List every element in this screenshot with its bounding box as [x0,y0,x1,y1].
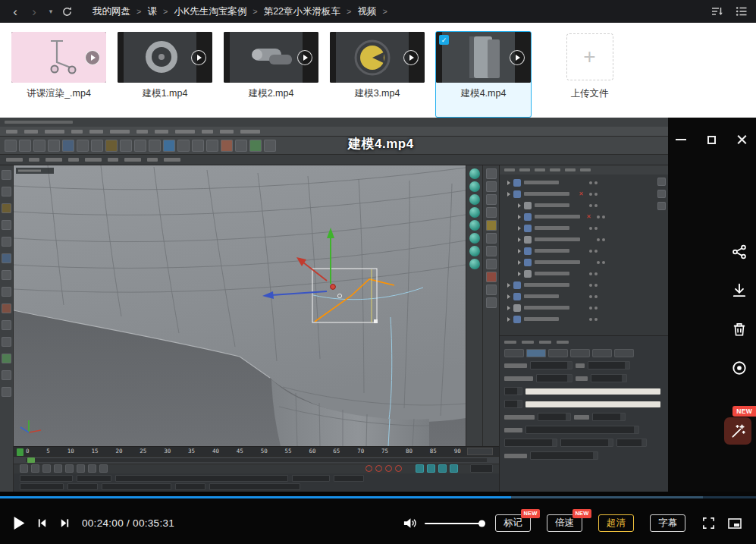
breadcrumb-link[interactable]: 我的网盘 [93,5,130,18]
breadcrumb-item: 第22章小米滑板车 > [264,5,358,18]
file-name: 建模3.mp4 [355,88,400,99]
delete-button[interactable] [726,316,752,342]
c4d-toolbar-icon [62,140,74,152]
history-dropdown-icon[interactable]: ▾ [47,8,55,15]
c4d-material-sphere-icon [469,168,480,179]
c4d-om-menu-item [580,168,591,171]
video-thumbnail [224,32,318,83]
c4d-toolbar-icon [120,140,132,152]
volume-slider-handle[interactable] [478,520,485,527]
theater-mode-button[interactable] [727,517,742,530]
play-overlay-icon[interactable] [297,50,312,65]
refresh-icon[interactable] [61,6,74,17]
mark-button[interactable]: 标记 NEW [495,514,531,532]
maximize-icon [707,136,716,144]
c4d-snap-icon [486,272,497,282]
c4d-tool-icon [2,337,11,347]
file-card-model1[interactable]: 建模1.mp4 [117,31,213,118]
side-action-toolbar [726,239,752,381]
fullscreen-button[interactable] [701,516,716,530]
topbar-right-tools [711,6,747,17]
breadcrumb-link[interactable]: 小K先生淘宝案例 [174,5,246,18]
file-card-model3[interactable]: 建模3.mp4 [329,31,425,118]
timeline-tick: 70 [357,448,364,454]
back-icon[interactable]: ‹ [9,5,21,18]
file-card-model2[interactable]: 建模2.mp4 [223,31,319,118]
subtitle-button[interactable]: 字幕 [650,514,685,532]
c4d-timeline-slider [14,456,499,463]
play-overlay-icon[interactable] [191,50,206,65]
play-overlay-icon[interactable] [403,50,419,65]
c4d-material-sphere-icon [469,220,480,231]
c4d-mode-item [29,158,39,162]
play-overlay-icon[interactable] [510,50,525,65]
quality-button[interactable]: 超清 [598,514,634,532]
next-video-button[interactable] [59,517,71,529]
c4d-material-sphere-icon [469,246,480,256]
previous-video-button[interactable] [36,517,48,529]
cloud-drive-video-page: ‹ › ▾ 我的网盘 > 课 > 小K先生淘宝案例 > 第22章小米滑板车 > … [0,0,756,544]
view-toggle-icon[interactable] [736,6,747,17]
c4d-toolbar-icon [105,140,118,152]
file-card-model4-selected[interactable]: 建模4.mp4 [435,31,532,118]
magic-wand-button[interactable] [724,417,751,445]
trash-icon [731,321,748,338]
c4d-tool-icon [2,270,11,280]
skip-next-icon [59,517,71,529]
sort-icon[interactable] [711,6,723,17]
upload-plus-icon[interactable] [566,33,613,80]
c4d-transport-icon [42,464,51,473]
c4d-material-sphere-icon [469,181,480,192]
c4d-transport-icon [31,464,39,473]
c4d-attr-tab [526,349,546,357]
player-control-bar: 00:24:00 / 00:35:31 标记 NEW 倍速 NEW [0,492,756,544]
new-badge: NEW [572,509,591,518]
c4d-snap-icon [486,181,497,192]
c4d-menu-item [24,130,38,134]
selected-checkbox[interactable] [439,35,449,45]
volume-slider[interactable] [425,523,484,524]
c4d-om-menu-item [519,168,530,171]
c4d-toolbar-icon [163,140,175,152]
play-button[interactable] [14,517,25,530]
c4d-material-sphere-icon [469,259,480,269]
video-surface[interactable]: 0 51015202530354045505560657075808590 [0,118,756,492]
c4d-material-sphere-icon [469,194,480,205]
upload-file-tile[interactable]: 上传文件 [541,31,638,118]
c4d-center: 0 51015202530354045505560657075808590 [14,165,499,492]
c4d-tool-icon [2,370,11,380]
record-gif-button[interactable] [726,355,752,381]
breadcrumb-link[interactable]: 第22章小米滑板车 [264,5,340,18]
file-name: 建模1.mp4 [143,88,188,99]
c4d-object-row [503,256,601,268]
c4d-toolbar-icon [249,140,262,152]
c4d-slider-bar [525,401,660,407]
play-overlay-icon[interactable] [85,50,100,65]
c4d-toolbar-icon [5,140,17,152]
c4d-transport-icon [88,464,96,473]
c4d-attr-tab [614,349,634,357]
c4d-toolbar-icon [77,140,89,152]
speed-button[interactable]: 倍速 NEW [547,514,582,532]
progress-bar[interactable] [0,496,756,498]
c4d-toolbar-icon [91,140,103,152]
download-button[interactable] [726,278,752,303]
timeline-tick: 15 [92,448,99,454]
volume-button[interactable] [403,517,417,530]
c4d-attribute-manager [500,335,668,492]
c4d-object-row [503,234,601,245]
video-thumbnail [118,32,212,83]
c4d-mode-toolbar [0,155,668,165]
c4d-menu-item [71,130,83,134]
share-button[interactable] [726,239,752,265]
breadcrumb-link[interactable]: 课 [147,5,157,18]
timeline-tick: 20 [115,448,122,454]
c4d-object-row [503,188,601,200]
video-thumbnail [330,32,425,83]
c4d-toolbar-icon [206,140,218,152]
c4d-object-manager [499,165,668,492]
forward-icon[interactable]: › [28,5,40,18]
c4d-tool-icon [2,387,11,397]
breadcrumb-link[interactable]: 视频 [358,5,377,18]
file-card-lecture-render[interactable]: 讲课渲染_.mp4 [11,31,107,118]
